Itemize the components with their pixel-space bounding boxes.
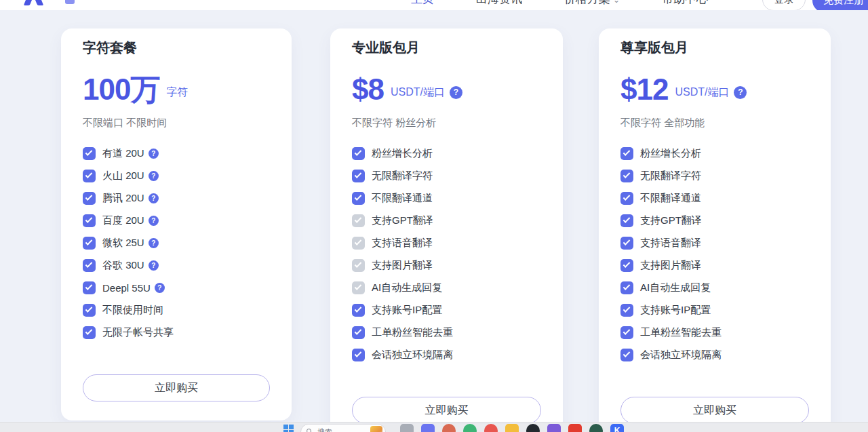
plan-price-row: $8 USDT/端口 ?: [352, 72, 541, 104]
github-icon[interactable]: [526, 424, 540, 432]
app-purple-icon[interactable]: [547, 424, 561, 432]
profile-avatar-icon[interactable]: [442, 424, 456, 432]
price-help-icon[interactable]: ?: [450, 86, 462, 99]
taskbar-search-input[interactable]: 搜索: [300, 424, 386, 432]
wechat-icon[interactable]: [463, 424, 477, 432]
file-explorer-icon[interactable]: [400, 424, 414, 432]
checkbox-icon: [620, 326, 633, 339]
app-indigo-icon[interactable]: [421, 424, 435, 432]
feature-row: 工单粉丝智能去重: [352, 321, 541, 344]
nav-item[interactable]: 出海资讯: [476, 0, 522, 7]
checkbox-icon: [620, 192, 633, 205]
checkbox-icon: [83, 326, 96, 339]
feature-label: 支持图片翻译: [640, 259, 701, 272]
login-button[interactable]: 登录: [762, 0, 806, 10]
feature-row: Deepl 55U ?: [83, 277, 270, 299]
checkmark-icon: [623, 350, 631, 357]
checkbox-icon: [352, 304, 365, 317]
feature-label: AI自动生成回复: [372, 281, 442, 294]
feature-row: 无限翻译字符: [352, 165, 541, 187]
feature-list: 粉丝增长分析 无限翻译字符 不限翻译通道 支持GPT翻译 支持语音翻译 支持图片…: [620, 142, 809, 366]
feature-label: 不限使用时间: [102, 304, 163, 317]
checkmark-icon: [85, 260, 93, 268]
buy-now-button[interactable]: 立即购买: [620, 397, 809, 424]
feature-help-icon[interactable]: ?: [149, 171, 159, 181]
checkbox-icon: [352, 147, 365, 160]
feature-row: 不限使用时间: [83, 299, 270, 321]
plan-price-unit: 字符: [166, 85, 188, 100]
app-darkgreen-icon[interactable]: [589, 424, 603, 432]
logo-mark: [24, 0, 34, 5]
feature-row: 会话独立环境隔离: [352, 344, 541, 366]
plan-price-row: 100万 字符: [83, 72, 270, 104]
feature-row: 支持GPT翻译: [620, 210, 809, 232]
checkbox-icon: [83, 281, 96, 294]
feature-label: 无限翻译字符: [372, 170, 433, 182]
feature-label: AI自动生成回复: [640, 281, 711, 294]
checkbox-icon: [620, 259, 633, 272]
nav-item[interactable]: 帮助中心: [662, 0, 708, 7]
buy-now-button[interactable]: 立即购买: [352, 397, 541, 424]
feature-label: 支持语音翻译: [640, 237, 701, 250]
plan-card: 字符套餐 100万 字符 不限端口 不限时间 有道 20U ? 火山 20U ?…: [61, 28, 292, 420]
checkbox-icon: [620, 170, 633, 182]
register-button[interactable]: 免费注册: [812, 0, 868, 10]
logo-mark: [65, 0, 75, 4]
feature-help-icon[interactable]: ?: [149, 238, 159, 248]
checkmark-icon: [355, 238, 362, 246]
checkmark-icon: [85, 305, 93, 313]
feature-row: 不限翻译通道: [620, 187, 809, 210]
checkbox-icon: [620, 214, 633, 227]
windows-start-icon[interactable]: [283, 425, 294, 432]
kook-icon[interactable]: K: [610, 424, 624, 432]
feature-help-icon[interactable]: ?: [149, 216, 159, 226]
feature-label: 谷歌 30U: [102, 259, 144, 272]
browser-icon[interactable]: [484, 424, 498, 432]
plan-title: 专业版包月: [352, 38, 541, 57]
plan-price-row: $12 USDT/端口 ?: [620, 72, 809, 104]
feature-label: Deepl 55U: [102, 282, 151, 294]
checkmark-icon: [85, 149, 93, 156]
plan-card: 专业版包月 $8 USDT/端口 ? 不限字符 粉丝分析 粉丝增长分析 无限翻译…: [330, 28, 563, 432]
checkmark-icon: [355, 149, 362, 156]
video-icon[interactable]: [568, 424, 582, 432]
checkmark-icon: [355, 350, 362, 357]
feature-help-icon[interactable]: ?: [155, 283, 165, 293]
folder-icon[interactable]: [505, 424, 519, 432]
plan-price: 100万: [83, 75, 159, 104]
feature-label: 工单粉丝智能去重: [640, 326, 722, 339]
pricing-plans: 字符套餐 100万 字符 不限端口 不限时间 有道 20U ? 火山 20U ?…: [0, 0, 868, 432]
feature-label: 不限翻译通道: [372, 192, 433, 205]
feature-label: 支持语音翻译: [372, 237, 433, 250]
checkmark-icon: [623, 283, 631, 290]
nav-item[interactable]: 主页: [411, 0, 434, 7]
buy-now-button[interactable]: 立即购买: [83, 374, 270, 401]
checkbox-icon: [352, 326, 365, 339]
checkbox-icon: [83, 259, 96, 272]
feature-help-icon[interactable]: ?: [149, 193, 159, 203]
feature-help-icon[interactable]: ?: [149, 260, 159, 271]
feature-help-icon[interactable]: ?: [149, 149, 159, 159]
feature-row: AI自动生成回复: [352, 277, 541, 299]
feature-label: 不限翻译通道: [640, 192, 701, 205]
feature-row: 粉丝增长分析: [620, 142, 809, 165]
checkbox-icon: [352, 259, 365, 272]
feature-row: 不限翻译通道: [352, 187, 541, 210]
feature-label: 有道 20U: [102, 147, 144, 160]
plan-subtitle: 不限字符 全部功能: [620, 115, 809, 130]
feature-label: 百度 20U: [102, 214, 144, 227]
checkbox-icon: [83, 214, 96, 227]
plan-card: 尊享版包月 $12 USDT/端口 ? 不限字符 全部功能 粉丝增长分析 无限翻…: [599, 28, 831, 432]
feature-row: 支持语音翻译: [352, 232, 541, 254]
feature-label: 支持图片翻译: [372, 259, 433, 272]
site-logo[interactable]: [26, 0, 100, 7]
price-help-icon[interactable]: ?: [734, 86, 747, 99]
search-icon: [307, 429, 313, 432]
search-highlight-thumbnail: [370, 426, 382, 432]
nav-item[interactable]: 价格方案⌄: [564, 0, 620, 7]
feature-list: 有道 20U ? 火山 20U ? 腾讯 20U ? 百度 20U ? 微软 2…: [83, 142, 270, 344]
checkbox-icon: [83, 192, 96, 205]
feature-row: 无限翻译字符: [620, 165, 809, 187]
checkmark-icon: [623, 149, 631, 156]
feature-row: 支持账号IP配置: [352, 299, 541, 321]
